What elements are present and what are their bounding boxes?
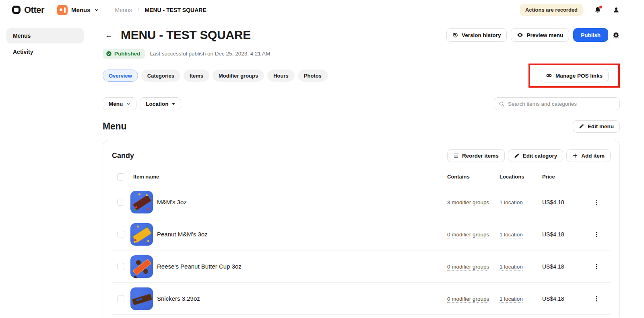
version-history-button[interactable]: Version history bbox=[446, 28, 507, 42]
sidebar-item-menus[interactable]: Menus bbox=[6, 28, 84, 43]
caret-down-icon bbox=[172, 103, 175, 107]
add-item-label: Add item bbox=[581, 153, 605, 159]
category-card: Candy Reorder items Edit category bbox=[103, 140, 620, 317]
location-filter-dropdown[interactable]: Location bbox=[140, 97, 181, 110]
add-item-button[interactable]: Add item bbox=[566, 149, 611, 162]
publish-button[interactable]: Publish bbox=[573, 28, 608, 42]
edit-menu-button[interactable]: Edit menu bbox=[573, 120, 620, 133]
kebab-menu-icon[interactable]: ⋮ bbox=[594, 263, 600, 270]
item-locations-link[interactable]: 1 location bbox=[500, 232, 523, 238]
reorder-items-label: Reorder items bbox=[462, 153, 499, 159]
table-row: Snickers 3.29oz 0 modifier groups 1 loca… bbox=[112, 283, 611, 315]
menu-filter-dropdown[interactable]: Menu bbox=[103, 97, 136, 110]
user-icon bbox=[613, 6, 620, 14]
item-locations-link[interactable]: 1 location bbox=[500, 296, 523, 303]
item-name[interactable]: Snickers 3.29oz bbox=[157, 295, 447, 302]
menu-filter-label: Menu bbox=[109, 101, 123, 107]
sidebar-item-activity[interactable]: Activity bbox=[6, 44, 84, 59]
table-header: Item name Contains Locations Price bbox=[112, 168, 611, 186]
menu-section-title: Menu bbox=[103, 121, 126, 132]
main-content: ← MENU - TEST SQUARE Version history Pre… bbox=[90, 20, 644, 318]
tab-items[interactable]: Items bbox=[184, 70, 209, 82]
search-input[interactable] bbox=[508, 101, 615, 107]
otter-brand: Otter bbox=[12, 5, 44, 15]
reorder-list-icon bbox=[453, 153, 459, 158]
annotation-highlight-box: Manage POS links bbox=[528, 64, 620, 88]
preview-menu-label: Preview menu bbox=[526, 32, 563, 38]
app-switcher-label: Menus bbox=[71, 6, 91, 13]
actions-recorded-badge: Actions are recorded bbox=[520, 4, 583, 16]
kebab-menu-icon[interactable]: ⋮ bbox=[594, 199, 600, 205]
item-name[interactable]: Reese’s Peanut Butter Cup 3oz bbox=[157, 263, 447, 270]
item-price: US$4.18 bbox=[542, 263, 582, 270]
plus-icon bbox=[572, 153, 578, 158]
breadcrumb: Menus / MENU - TEST SQUARE bbox=[115, 7, 206, 13]
category-name: Candy bbox=[112, 152, 134, 160]
column-header-price: Price bbox=[542, 174, 582, 180]
menus-app-icon bbox=[57, 5, 68, 15]
link-icon bbox=[546, 72, 552, 79]
kebab-menu-icon[interactable]: ⋮ bbox=[594, 295, 600, 302]
tab-categories[interactable]: Categories bbox=[141, 70, 180, 82]
menu-settings-button[interactable] bbox=[612, 31, 620, 39]
eye-icon bbox=[517, 32, 523, 38]
publish-label: Publish bbox=[581, 32, 601, 38]
tab-modifier-groups[interactable]: Modifier groups bbox=[213, 70, 264, 82]
table-row: Reese’s Peanut Butter Cup 3oz 0 modifier… bbox=[112, 250, 611, 283]
table-row: M&M’s 3oz 3 modifier groups 1 location U… bbox=[112, 186, 611, 218]
row-checkbox[interactable] bbox=[117, 295, 124, 302]
tab-hours[interactable]: Hours bbox=[267, 70, 295, 82]
row-checkbox[interactable] bbox=[117, 263, 124, 270]
pencil-icon bbox=[579, 123, 584, 129]
item-price: US$4.18 bbox=[542, 199, 582, 205]
notifications-button[interactable] bbox=[594, 6, 601, 14]
sidebar: Menus Activity bbox=[0, 20, 90, 318]
row-checkbox[interactable] bbox=[117, 199, 124, 206]
tab-overview[interactable]: Overview bbox=[103, 70, 138, 82]
search-box bbox=[494, 97, 620, 110]
item-name[interactable]: M&M’s 3oz bbox=[157, 199, 447, 205]
chevron-down-icon bbox=[94, 8, 99, 12]
kebab-menu-icon[interactable]: ⋮ bbox=[594, 231, 600, 238]
item-price: US$4.18 bbox=[542, 295, 582, 302]
item-locations-link[interactable]: 1 location bbox=[500, 199, 523, 206]
published-badge: Published bbox=[103, 49, 145, 59]
item-image bbox=[130, 191, 153, 213]
item-name[interactable]: Peanut M&M’s 3oz bbox=[157, 231, 447, 238]
page-title: MENU - TEST SQUARE bbox=[121, 28, 251, 42]
manage-pos-links-label: Manage POS links bbox=[555, 73, 603, 79]
select-all-checkbox[interactable] bbox=[117, 173, 124, 181]
top-bar: Otter Menus Menus / MENU - TEST SQUARE A… bbox=[0, 0, 644, 20]
item-contains-link[interactable]: 0 modifier groups bbox=[447, 296, 489, 303]
notification-dot bbox=[599, 6, 602, 8]
search-icon bbox=[499, 101, 505, 107]
item-price: US$4.18 bbox=[542, 231, 582, 238]
account-button[interactable] bbox=[613, 6, 620, 14]
column-header-contains: Contains bbox=[447, 174, 500, 180]
breadcrumb-parent[interactable]: Menus bbox=[115, 7, 132, 13]
item-contains-link[interactable]: 0 modifier groups bbox=[447, 232, 489, 238]
sidebar-item-label: Menus bbox=[13, 33, 31, 39]
reorder-items-button[interactable]: Reorder items bbox=[447, 149, 505, 162]
sidebar-item-label: Activity bbox=[13, 49, 33, 55]
gear-icon bbox=[612, 31, 620, 39]
edit-category-button[interactable]: Edit category bbox=[508, 149, 564, 162]
item-image bbox=[130, 287, 153, 310]
app-switcher[interactable]: Menus bbox=[57, 5, 99, 15]
manage-pos-links-button[interactable]: Manage POS links bbox=[540, 69, 609, 82]
last-publish-message: Last successful publish on Dec 25, 2023,… bbox=[150, 51, 270, 57]
edit-menu-label: Edit menu bbox=[588, 123, 614, 129]
preview-menu-button[interactable]: Preview menu bbox=[511, 28, 569, 42]
item-locations-link[interactable]: 1 location bbox=[500, 264, 523, 271]
menu-tabs: Overview Categories Items Modifier group… bbox=[103, 70, 328, 82]
check-circle-icon bbox=[106, 51, 112, 57]
item-contains-link[interactable]: 0 modifier groups bbox=[447, 264, 489, 271]
item-contains-link[interactable]: 3 modifier groups bbox=[447, 199, 489, 206]
edit-category-label: Edit category bbox=[523, 153, 557, 159]
pencil-icon bbox=[514, 153, 520, 158]
back-button[interactable]: ← bbox=[103, 30, 115, 41]
row-checkbox[interactable] bbox=[117, 231, 124, 238]
published-badge-label: Published bbox=[114, 51, 140, 57]
version-history-label: Version history bbox=[462, 32, 501, 38]
tab-photos[interactable]: Photos bbox=[298, 70, 328, 82]
